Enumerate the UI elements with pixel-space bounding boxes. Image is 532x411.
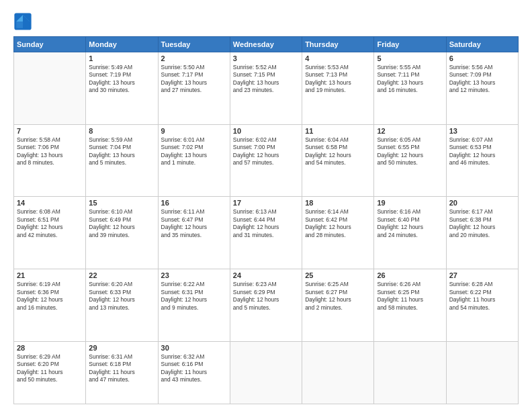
- day-number: 10: [233, 127, 299, 135]
- day-number: 5: [377, 54, 443, 62]
- day-number: 30: [161, 344, 227, 352]
- day-info: Sunrise: 6:05 AMSunset: 6:55 PMDaylight:…: [377, 136, 443, 167]
- calendar-cell: 16Sunrise: 6:11 AMSunset: 6:47 PMDayligh…: [158, 197, 230, 269]
- day-info: Sunrise: 6:16 AMSunset: 6:40 PMDaylight:…: [377, 208, 443, 239]
- calendar-cell: 13Sunrise: 6:07 AMSunset: 6:53 PMDayligh…: [446, 124, 518, 197]
- day-number: 11: [305, 127, 371, 135]
- calendar-cell: [14, 52, 86, 125]
- calendar-cell: 2Sunrise: 5:50 AMSunset: 7:17 PMDaylight…: [158, 52, 230, 125]
- day-info: Sunrise: 5:55 AMSunset: 7:11 PMDaylight:…: [377, 64, 443, 95]
- calendar-cell: 8Sunrise: 5:59 AMSunset: 7:04 PMDaylight…: [86, 124, 158, 197]
- logo-icon: [13, 12, 32, 31]
- day-number: 29: [89, 344, 154, 352]
- day-info: Sunrise: 6:28 AMSunset: 6:22 PMDaylight:…: [449, 281, 515, 312]
- calendar-cell: 17Sunrise: 6:13 AMSunset: 6:44 PMDayligh…: [230, 197, 302, 269]
- day-info: Sunrise: 6:01 AMSunset: 7:02 PMDaylight:…: [161, 136, 227, 167]
- day-info: Sunrise: 6:04 AMSunset: 6:58 PMDaylight:…: [305, 136, 371, 167]
- calendar-cell: 30Sunrise: 6:32 AMSunset: 6:16 PMDayligh…: [158, 341, 230, 404]
- day-info: Sunrise: 5:50 AMSunset: 7:17 PMDaylight:…: [161, 64, 227, 95]
- calendar-cell: 18Sunrise: 6:14 AMSunset: 6:42 PMDayligh…: [302, 197, 374, 269]
- col-header-saturday: Saturday: [446, 37, 518, 52]
- day-info: Sunrise: 6:17 AMSunset: 6:38 PMDaylight:…: [449, 208, 515, 239]
- day-number: 7: [17, 127, 83, 135]
- calendar-cell: 11Sunrise: 6:04 AMSunset: 6:58 PMDayligh…: [302, 124, 374, 197]
- day-number: 8: [89, 127, 154, 135]
- calendar-cell: 24Sunrise: 6:23 AMSunset: 6:29 PMDayligh…: [230, 269, 302, 342]
- day-info: Sunrise: 6:31 AMSunset: 6:18 PMDaylight:…: [89, 353, 154, 384]
- day-info: Sunrise: 6:29 AMSunset: 6:20 PMDaylight:…: [17, 353, 83, 384]
- day-number: 14: [17, 199, 83, 207]
- day-number: 4: [305, 54, 371, 62]
- day-number: 17: [233, 199, 299, 207]
- calendar-cell: 28Sunrise: 6:29 AMSunset: 6:20 PMDayligh…: [14, 341, 86, 404]
- calendar-table: SundayMondayTuesdayWednesdayThursdayFrid…: [13, 36, 519, 404]
- day-info: Sunrise: 6:32 AMSunset: 6:16 PMDaylight:…: [161, 353, 227, 384]
- day-number: 19: [377, 199, 443, 207]
- calendar-cell: 19Sunrise: 6:16 AMSunset: 6:40 PMDayligh…: [374, 197, 446, 269]
- day-number: 2: [161, 54, 227, 62]
- calendar-cell: [446, 341, 518, 404]
- calendar-cell: 15Sunrise: 6:10 AMSunset: 6:49 PMDayligh…: [86, 197, 158, 269]
- calendar-cell: [302, 341, 374, 404]
- calendar-cell: 7Sunrise: 5:58 AMSunset: 7:06 PMDaylight…: [14, 124, 86, 197]
- day-number: 18: [305, 199, 371, 207]
- day-number: 15: [89, 199, 154, 207]
- day-number: 3: [233, 54, 299, 62]
- header: [13, 12, 519, 31]
- day-info: Sunrise: 6:14 AMSunset: 6:42 PMDaylight:…: [305, 208, 371, 239]
- calendar-cell: [230, 341, 302, 404]
- day-number: 12: [377, 127, 443, 135]
- calendar-cell: 20Sunrise: 6:17 AMSunset: 6:38 PMDayligh…: [446, 197, 518, 269]
- col-header-friday: Friday: [374, 37, 446, 52]
- day-info: Sunrise: 6:02 AMSunset: 7:00 PMDaylight:…: [233, 136, 299, 167]
- calendar-cell: [374, 341, 446, 404]
- calendar-cell: 5Sunrise: 5:55 AMSunset: 7:11 PMDaylight…: [374, 52, 446, 125]
- svg-marker-3: [16, 21, 23, 28]
- calendar-week-1: 1Sunrise: 5:49 AMSunset: 7:19 PMDaylight…: [14, 52, 519, 125]
- day-info: Sunrise: 6:11 AMSunset: 6:47 PMDaylight:…: [161, 208, 227, 239]
- day-number: 21: [17, 271, 83, 279]
- calendar-week-2: 7Sunrise: 5:58 AMSunset: 7:06 PMDaylight…: [14, 124, 519, 197]
- day-info: Sunrise: 6:23 AMSunset: 6:29 PMDaylight:…: [233, 281, 299, 312]
- calendar-cell: 26Sunrise: 6:26 AMSunset: 6:25 PMDayligh…: [374, 269, 446, 342]
- col-header-monday: Monday: [86, 37, 158, 52]
- calendar-cell: 14Sunrise: 6:08 AMSunset: 6:51 PMDayligh…: [14, 197, 86, 269]
- day-number: 27: [449, 271, 515, 279]
- col-header-thursday: Thursday: [302, 37, 374, 52]
- day-info: Sunrise: 5:56 AMSunset: 7:09 PMDaylight:…: [449, 64, 515, 95]
- calendar-cell: 21Sunrise: 6:19 AMSunset: 6:36 PMDayligh…: [14, 269, 86, 342]
- day-number: 24: [233, 271, 299, 279]
- day-number: 20: [449, 199, 515, 207]
- calendar-cell: 22Sunrise: 6:20 AMSunset: 6:33 PMDayligh…: [86, 269, 158, 342]
- day-number: 25: [305, 271, 371, 279]
- day-info: Sunrise: 6:26 AMSunset: 6:25 PMDaylight:…: [377, 281, 443, 312]
- day-info: Sunrise: 6:20 AMSunset: 6:33 PMDaylight:…: [89, 281, 154, 312]
- col-header-sunday: Sunday: [14, 37, 86, 52]
- day-info: Sunrise: 5:59 AMSunset: 7:04 PMDaylight:…: [89, 136, 154, 167]
- day-info: Sunrise: 5:58 AMSunset: 7:06 PMDaylight:…: [17, 136, 83, 167]
- calendar-cell: 9Sunrise: 6:01 AMSunset: 7:02 PMDaylight…: [158, 124, 230, 197]
- day-info: Sunrise: 6:13 AMSunset: 6:44 PMDaylight:…: [233, 208, 299, 239]
- day-info: Sunrise: 6:19 AMSunset: 6:36 PMDaylight:…: [17, 281, 83, 312]
- calendar-week-5: 28Sunrise: 6:29 AMSunset: 6:20 PMDayligh…: [14, 341, 519, 404]
- day-info: Sunrise: 5:49 AMSunset: 7:19 PMDaylight:…: [89, 64, 154, 95]
- page: SundayMondayTuesdayWednesdayThursdayFrid…: [0, 0, 532, 411]
- logo: [13, 12, 35, 31]
- day-info: Sunrise: 5:52 AMSunset: 7:15 PMDaylight:…: [233, 64, 299, 95]
- calendar-cell: 6Sunrise: 5:56 AMSunset: 7:09 PMDaylight…: [446, 52, 518, 125]
- calendar-cell: 4Sunrise: 5:53 AMSunset: 7:13 PMDaylight…: [302, 52, 374, 125]
- day-info: Sunrise: 6:22 AMSunset: 6:31 PMDaylight:…: [161, 281, 227, 312]
- calendar-week-3: 14Sunrise: 6:08 AMSunset: 6:51 PMDayligh…: [14, 197, 519, 269]
- calendar-cell: 27Sunrise: 6:28 AMSunset: 6:22 PMDayligh…: [446, 269, 518, 342]
- day-number: 6: [449, 54, 515, 62]
- calendar-cell: 23Sunrise: 6:22 AMSunset: 6:31 PMDayligh…: [158, 269, 230, 342]
- day-number: 26: [377, 271, 443, 279]
- day-number: 1: [89, 54, 154, 62]
- calendar-cell: 1Sunrise: 5:49 AMSunset: 7:19 PMDaylight…: [86, 52, 158, 125]
- day-info: Sunrise: 6:07 AMSunset: 6:53 PMDaylight:…: [449, 136, 515, 167]
- calendar-cell: 12Sunrise: 6:05 AMSunset: 6:55 PMDayligh…: [374, 124, 446, 197]
- calendar-cell: 10Sunrise: 6:02 AMSunset: 7:00 PMDayligh…: [230, 124, 302, 197]
- day-number: 22: [89, 271, 154, 279]
- calendar-cell: 25Sunrise: 6:25 AMSunset: 6:27 PMDayligh…: [302, 269, 374, 342]
- day-info: Sunrise: 6:10 AMSunset: 6:49 PMDaylight:…: [89, 208, 154, 239]
